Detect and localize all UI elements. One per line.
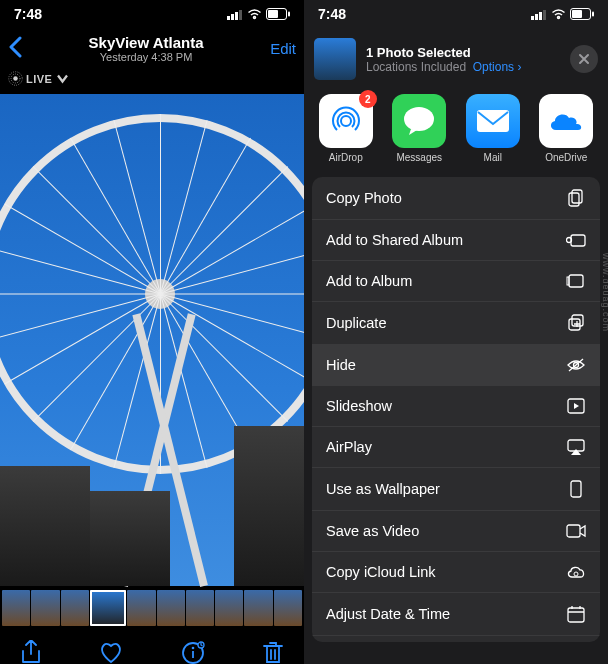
share-actions-list[interactable]: Copy PhotoAdd to Shared AlbumAdd to Albu… [312,177,600,642]
share-button[interactable] [20,640,42,664]
video-icon [566,524,586,538]
svg-rect-3 [239,10,242,20]
icloud-link-icon [566,565,586,579]
action-copy[interactable]: Copy Photo [312,177,600,220]
chevron-right-icon: › [517,60,521,74]
thumbnail-selected[interactable] [90,590,127,626]
selected-photo-thumbnail[interactable] [314,38,356,80]
battery-icon [266,8,290,20]
svg-rect-17 [543,10,546,20]
info-icon [181,641,205,664]
action-label: Use as Wallpaper [326,481,440,497]
action-hide[interactable]: Hide [312,345,600,386]
svg-rect-38 [568,608,584,622]
back-button[interactable] [8,36,22,62]
thumbnail[interactable] [215,590,243,626]
nav-header: SkyView Atlanta Yesterday 4:38 PM Edit [0,28,304,65]
status-bar: 7:48 [0,0,304,28]
svg-point-11 [191,647,194,650]
info-button[interactable] [181,641,205,664]
svg-rect-35 [571,481,581,497]
share-icon [20,640,42,664]
action-airplay[interactable]: AirPlay [312,427,600,468]
action-label: Add to Shared Album [326,232,463,248]
thumbnail[interactable] [2,590,30,626]
svg-rect-23 [477,110,509,132]
live-photo-badge[interactable]: LIVE [8,71,70,86]
messages-icon [401,105,437,137]
thumbnail[interactable] [186,590,214,626]
svg-rect-16 [539,12,542,20]
signal-icon [531,9,547,20]
options-button[interactable]: Options › [473,60,522,74]
app-airdrop[interactable]: 2 AirDrop [316,94,376,163]
action-shared-album[interactable]: Add to Shared Album [312,220,600,261]
svg-point-7 [13,76,18,81]
action-date-time[interactable]: Adjust Date & Time [312,593,600,636]
chevron-down-icon [55,71,70,86]
action-label: AirPlay [326,439,372,455]
date-subtitle: Yesterday 4:38 PM [22,51,270,63]
edit-button[interactable]: Edit [270,40,296,57]
svg-rect-20 [592,12,594,17]
action-label: Adjust Date & Time [326,606,450,622]
battery-icon [570,8,594,20]
app-onedrive[interactable]: OneDrive [537,94,597,163]
action-label: Save as Video [326,523,419,539]
svg-rect-26 [571,235,585,246]
action-wallpaper[interactable]: Use as Wallpaper [312,468,600,511]
photo-filmstrip[interactable] [0,586,304,630]
selection-title: 1 Photo Selected [366,45,560,60]
wifi-icon [247,9,262,20]
live-icon [8,71,23,86]
thumbnail[interactable] [31,590,59,626]
action-album[interactable]: Add to Album [312,261,600,302]
thumbnail[interactable] [244,590,272,626]
favorite-button[interactable] [99,642,123,664]
action-slideshow[interactable]: Slideshow [312,386,600,427]
thumbnail[interactable] [274,590,302,626]
status-bar: 7:48 [304,0,608,28]
photo-viewer[interactable] [0,94,304,586]
share-header-info: 1 Photo Selected Locations Included Opti… [366,45,560,74]
shared-album-icon [566,232,586,248]
thumbnail[interactable] [61,590,89,626]
mail-icon [475,108,511,134]
svg-rect-14 [531,16,534,20]
action-label: Add to Album [326,273,412,289]
close-icon [578,53,590,65]
svg-rect-36 [567,525,580,537]
action-video[interactable]: Save as Video [312,511,600,552]
app-messages[interactable]: Messages [390,94,450,163]
thumbnail[interactable] [157,590,185,626]
svg-point-21 [341,116,351,126]
date-time-icon [566,605,586,623]
album-icon [566,273,586,289]
close-button[interactable] [570,45,598,73]
action-icloud-link[interactable]: Copy iCloud Link [312,552,600,593]
svg-rect-0 [227,16,230,20]
svg-rect-15 [535,14,538,20]
airplay-icon [566,439,586,455]
location-title: SkyView Atlanta [22,34,270,51]
action-location[interactable]: Adjust Location [312,636,600,642]
app-label: AirDrop [316,152,376,163]
status-time: 7:48 [14,6,42,22]
delete-button[interactable] [262,641,284,664]
action-duplicate[interactable]: Duplicate [312,302,600,345]
action-label: Hide [326,357,356,373]
action-label: Copy iCloud Link [326,564,436,580]
status-time: 7:48 [318,6,346,22]
airdrop-badge: 2 [359,90,377,108]
share-sheet-header: 1 Photo Selected Locations Included Opti… [304,28,608,88]
app-mail[interactable]: Mail [463,94,523,163]
share-apps-row[interactable]: 2 AirDrop Messages Mail OneDrive [304,88,608,167]
trash-icon [262,641,284,664]
svg-rect-1 [231,14,234,20]
duplicate-icon [566,314,586,332]
svg-rect-25 [569,193,579,206]
app-label: OneDrive [537,152,597,163]
onedrive-icon [546,108,586,134]
app-label: Mail [463,152,523,163]
thumbnail[interactable] [127,590,155,626]
